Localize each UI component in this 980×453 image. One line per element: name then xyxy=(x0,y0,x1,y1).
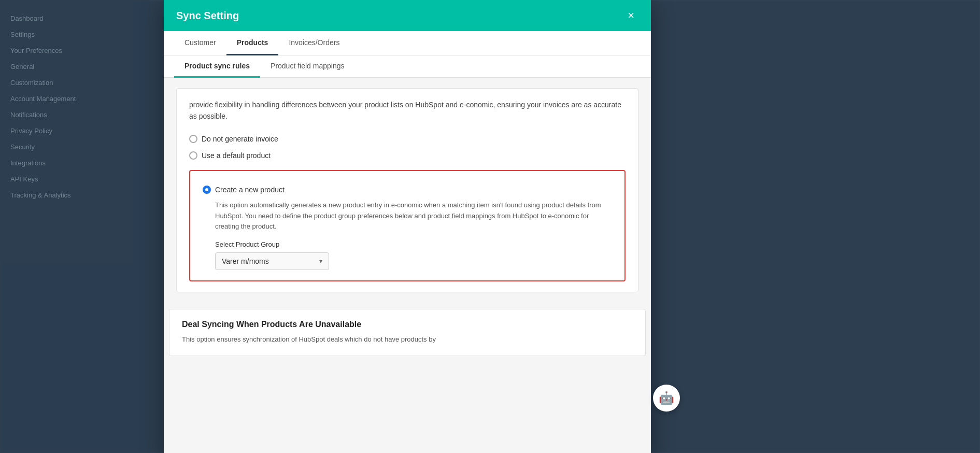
deal-section-text: This option ensures synchronization of H… xyxy=(182,334,633,345)
sidebar-item-privacy: Privacy Policy xyxy=(10,123,140,139)
sync-setting-modal: Sync Setting × Customer Products Invoice… xyxy=(164,0,651,453)
sidebar-item-dashboard: Dashboard xyxy=(10,10,140,26)
deal-section-title: Deal Syncing When Products Are Unavailab… xyxy=(182,320,633,329)
modal-body[interactable]: Customer Products Invoices/Orders Produc… xyxy=(164,31,651,453)
select-group-label: Select Product Group xyxy=(215,240,612,248)
radio-no-invoice-label: Do not generate invoice xyxy=(202,135,278,143)
sidebar-item-account: Account Management xyxy=(10,91,140,107)
radio-no-invoice-circle xyxy=(189,135,197,143)
tab-customer[interactable]: Customer xyxy=(174,31,226,55)
tab-invoices[interactable]: Invoices/Orders xyxy=(278,31,350,55)
deal-syncing-section: Deal Syncing When Products Are Unavailab… xyxy=(169,309,646,356)
product-group-dropdown[interactable]: Varer m/moms ▾ xyxy=(215,252,329,270)
dropdown-value: Varer m/moms xyxy=(222,257,269,265)
create-new-product-box: Create a new product This option automat… xyxy=(189,170,626,281)
chatbot-button[interactable]: 🤖 xyxy=(653,385,680,412)
sidebar-item-security: Security xyxy=(10,139,140,155)
radio-default-product[interactable]: Use a default product xyxy=(189,147,626,164)
chevron-down-icon: ▾ xyxy=(319,258,322,265)
modal-close-button[interactable]: × xyxy=(623,8,638,23)
tab-products[interactable]: Products xyxy=(226,31,279,55)
chatbot-icon: 🤖 xyxy=(659,391,674,405)
primary-tabs: Customer Products Invoices/Orders xyxy=(164,31,651,55)
radio-no-invoice[interactable]: Do not generate invoice xyxy=(189,131,626,147)
sidebar-item-settings: Settings xyxy=(10,26,140,43)
create-product-description: This option automatically generates a ne… xyxy=(215,200,612,232)
modal-header: Sync Setting × xyxy=(164,0,651,31)
sync-options-box: provide flexibility in handling differen… xyxy=(176,88,638,292)
modal-title: Sync Setting xyxy=(176,10,239,22)
sidebar-item-tracking: Tracking & Analytics xyxy=(10,187,140,203)
radio-create-new-label: Create a new product xyxy=(215,186,285,194)
radio-create-new[interactable]: Create a new product xyxy=(203,181,612,198)
radio-create-new-circle xyxy=(203,186,211,194)
radio-default-product-circle xyxy=(189,151,197,160)
sidebar-item-api: API Keys xyxy=(10,171,140,187)
tab-sync-rules[interactable]: Product sync rules xyxy=(174,55,260,78)
sidebar-item-integrations: Integrations xyxy=(10,155,140,171)
radio-default-product-label: Use a default product xyxy=(202,151,271,160)
create-product-details: This option automatically generates a ne… xyxy=(203,198,612,270)
tab-field-mappings[interactable]: Product field mappings xyxy=(260,55,354,78)
sidebar: Dashboard Settings Your Preferences Gene… xyxy=(0,0,150,453)
sidebar-item-customization: Customization xyxy=(10,75,140,91)
sidebar-item-preferences: Your Preferences xyxy=(10,43,140,59)
intro-text: provide flexibility in handling differen… xyxy=(189,99,626,122)
sidebar-item-notifications: Notifications xyxy=(10,107,140,123)
sidebar-item-general: General xyxy=(10,59,140,75)
content-section: provide flexibility in handling differen… xyxy=(164,78,651,309)
secondary-tabs: Product sync rules Product field mapping… xyxy=(164,55,651,78)
